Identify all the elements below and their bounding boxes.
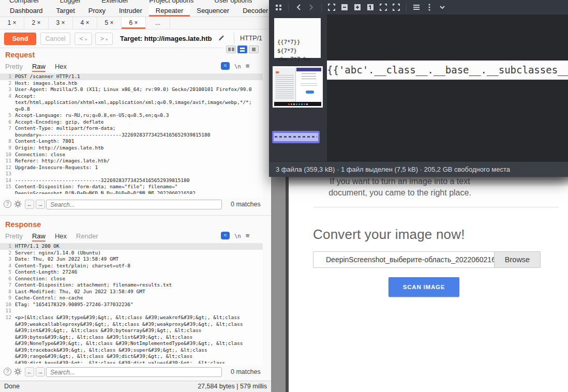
viewer-canvas[interactable] [327, 14, 568, 161]
target-url: Target: http://images.late.htb [120, 35, 212, 42]
request-editor[interactable]: 1POST /scanner HTTP/1.1 2Host: images.la… [0, 73, 263, 198]
response-search-input[interactable] [46, 367, 222, 377]
request-view-tab[interactable]: Raw [32, 62, 46, 72]
gear-icon[interactable] [14, 200, 22, 208]
history-forward-button[interactable]: >▾ [95, 33, 113, 45]
burp-top-menu-item[interactable]: Logger [60, 0, 81, 5]
repeater-tab[interactable]: 4 × [73, 17, 97, 29]
repeater-tab[interactable]: 3 × [49, 17, 73, 29]
mini-webpage-pane [296, 68, 321, 102]
gear-icon[interactable] [14, 368, 22, 375]
repeater-tab[interactable]: 5 × [97, 17, 122, 29]
history-back-button[interactable]: <▾ [74, 33, 92, 45]
rows-layout-icon[interactable] [237, 46, 247, 53]
thumbnail-panel: {{7*7}}${7*7}<%= 7*7 %>${{7*7}} [269, 14, 327, 161]
burp-main-tabs: DashboardTargetProxyIntruderRepeaterSequ… [0, 5, 271, 17]
response-view-tab[interactable]: Pretty [5, 231, 23, 242]
grid-view-icon[interactable] [274, 3, 283, 12]
fit-window-icon[interactable] [327, 3, 336, 12]
response-size-time: 27,584 bytes | 579 millis [198, 383, 267, 390]
editor-menu-icon[interactable]: ≡ [246, 62, 250, 70]
send-button[interactable]: Send [4, 33, 36, 45]
selected-payload-thumbnail[interactable] [272, 131, 320, 143]
convert-heading: Convert your image now! [313, 227, 465, 243]
more-options-icon[interactable] [425, 3, 434, 12]
request-match-count: 0 matches [231, 201, 261, 208]
response-editor[interactable]: 1HTTP/1.1 200 OK 2Server: nginx/1.14.0 (… [0, 243, 263, 366]
request-search-input[interactable] [46, 200, 222, 209]
zoom-out-icon[interactable] [340, 3, 349, 12]
burp-main-tab[interactable]: Dashboard [3, 5, 50, 17]
request-line: text/html,application/xhtml+xml,applicat… [0, 99, 263, 106]
zoomed-image-text: {{'abc'.__class__.__base__.__subclasses_… [327, 61, 568, 80]
editor-menu-icon[interactable]: ≡ [246, 232, 250, 239]
response-line: 7Content-Disposition: attachment; filena… [0, 282, 263, 289]
burp-top-menu: ComparerLoggerExtenderProject optionsUse… [0, 0, 271, 5]
request-view-tab[interactable]: Pretty [5, 62, 23, 72]
repeater-tab[interactable]: ... [146, 17, 170, 29]
template-injection-text-thumbnail[interactable]: {{7*7}}${7*7}<%= 7*7 %>${{7*7}} [274, 18, 321, 58]
burp-main-tab[interactable]: Intruder [112, 5, 149, 17]
collapse-chevron-icon[interactable] [438, 3, 447, 12]
nonprinting-chars-icon[interactable]: \n [234, 63, 241, 69]
fullscreen-icon[interactable] [379, 3, 388, 12]
next-image-icon[interactable] [307, 3, 316, 12]
search-next-button[interactable]: → [36, 200, 45, 209]
response-line: 6Connection: close [0, 276, 263, 282]
response-view-tabs: PrettyRawHexRender [5, 231, 98, 242]
repeater-tab[interactable]: 1 × [0, 17, 24, 29]
protocol-label[interactable]: HTTP/1 [240, 35, 262, 42]
response-line: &#39;NoneType&#39;&gt;, &lt;class &#39;N… [0, 340, 263, 347]
previous-image-icon[interactable] [294, 3, 303, 12]
dropdown-arrow-icon: ▾ [85, 37, 87, 42]
response-view-tab[interactable]: Raw [32, 231, 46, 242]
burp-main-tab[interactable]: Repeater [149, 5, 190, 17]
single-layout-icon[interactable] [249, 46, 259, 53]
syntax-colorize-icon[interactable]: ≈ [221, 232, 230, 239]
request-line: 2Host: images.late.htb [0, 80, 263, 87]
cancel-button[interactable]: Cancel [40, 33, 70, 45]
mini-burp-pane [274, 68, 296, 102]
syntax-colorize-icon[interactable]: ≈ [221, 62, 230, 70]
zoom-in-icon[interactable] [353, 3, 362, 12]
burp-main-tab[interactable]: Target [50, 5, 82, 17]
scan-image-button[interactable]: SCAN IMAGE [388, 277, 459, 297]
help-icon[interactable]: ? [4, 368, 11, 375]
burp-top-menu-item[interactable]: Project options [149, 0, 193, 5]
list-view-icon[interactable] [412, 3, 421, 12]
request-line: 4Accept: [0, 93, 263, 100]
mini-taskbar [274, 102, 321, 106]
response-view-tab[interactable]: Render [76, 231, 98, 242]
search-prev-button[interactable]: ← [25, 367, 34, 376]
panel-divider [0, 215, 271, 216]
section-divider [0, 48, 222, 48]
browser-page: If you want to turn an image into a text… [286, 174, 568, 392]
burp-main-tab[interactable]: Proxy [82, 5, 112, 17]
burp-top-menu-item[interactable]: User options [214, 0, 252, 5]
request-view-tab[interactable]: Hex [55, 62, 67, 72]
viewer-status-bar: 3 файла (359,3 kB) · 1 файл выделен (7,5… [269, 161, 568, 177]
screenshot-thumbnail[interactable] [273, 66, 323, 108]
nonprinting-chars-icon[interactable]: \n [234, 233, 241, 239]
request-line: 6Accept-Encoding: gzip, deflate [0, 119, 263, 126]
edit-target-pencil-icon[interactable] [217, 34, 226, 42]
search-prev-button[interactable]: ← [25, 200, 34, 209]
response-line: 10ETag: "1654178329.90895-27246-37703223… [0, 301, 263, 308]
expand-icon[interactable] [392, 3, 401, 12]
burp-top-menu-item[interactable]: Comparer [9, 0, 39, 5]
response-view-tab[interactable]: Hex [55, 231, 67, 242]
request-line: 8Content-Length: 7801 [0, 138, 263, 145]
browse-button[interactable]: Browse [494, 252, 540, 267]
response-line: 9Cache-Control: no-cache [0, 295, 263, 301]
repeater-tab[interactable]: 6 × [122, 17, 146, 29]
columns-layout-icon[interactable] [226, 46, 236, 53]
file-upload-input[interactable]: DeepinScreenshot_выберите-область_202206… [313, 251, 541, 268]
search-next-button[interactable]: → [36, 367, 45, 376]
burp-top-menu-item[interactable]: Extender [101, 0, 128, 5]
actual-size-icon[interactable] [366, 3, 375, 12]
repeater-tab[interactable]: 2 × [24, 17, 49, 29]
response-line: 8Last-Modified: Thu, 02 Jun 2022 13:58:4… [0, 289, 263, 295]
burp-main-tab[interactable]: Sequencer [190, 5, 236, 17]
help-icon[interactable]: ? [4, 200, 11, 208]
response-line: 1HTTP/1.1 200 OK [0, 243, 263, 250]
